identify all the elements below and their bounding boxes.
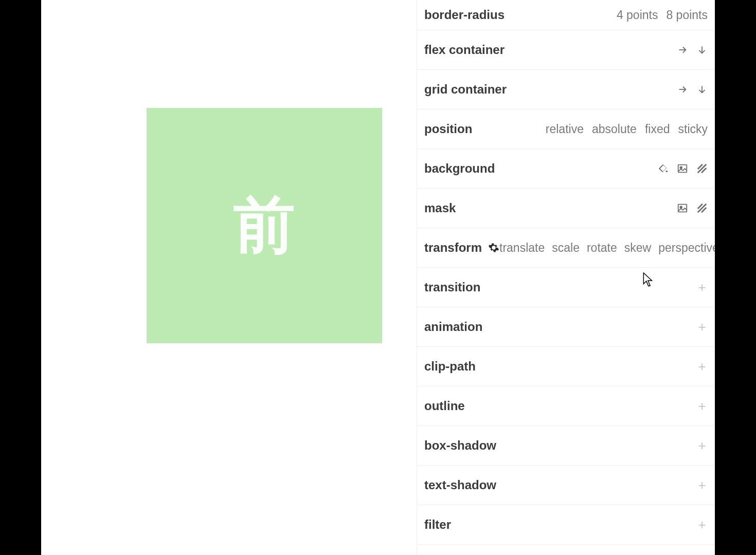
- position-opt-sticky[interactable]: sticky: [678, 122, 708, 136]
- label-grid-container: grid container: [424, 82, 507, 97]
- app-stage: 顶 底 左 右 后 前 border-radius 4 points 8 poi…: [41, 0, 715, 555]
- row-text-shadow[interactable]: text-shadow +: [417, 466, 715, 505]
- position-opt-fixed[interactable]: fixed: [645, 122, 670, 136]
- label-outline: outline: [424, 399, 465, 413]
- arrow-right-icon[interactable]: [677, 44, 688, 55]
- label-box-shadow: box-shadow: [424, 438, 496, 453]
- row-clip-path[interactable]: clip-path +: [417, 347, 715, 386]
- plus-icon[interactable]: +: [696, 519, 708, 530]
- plus-icon[interactable]: +: [696, 440, 708, 451]
- row-flex-container[interactable]: flex container: [417, 30, 715, 70]
- transform-opt-skew[interactable]: skew: [624, 241, 651, 255]
- arrow-down-icon[interactable]: [696, 44, 708, 55]
- transform-opt-translate[interactable]: translate: [499, 241, 545, 255]
- svg-point-0: [666, 171, 668, 173]
- label-text-shadow: text-shadow: [424, 478, 496, 492]
- label-background: background: [424, 161, 495, 176]
- position-opt-absolute[interactable]: absolute: [592, 122, 637, 136]
- label-border-radius: border-radius: [424, 8, 505, 22]
- label-transition: transition: [424, 280, 480, 294]
- properties-panel: border-radius 4 points 8 points flex con…: [417, 0, 715, 555]
- svg-point-2: [680, 166, 682, 169]
- transform-opt-scale[interactable]: scale: [552, 241, 580, 255]
- row-background[interactable]: background: [417, 149, 715, 189]
- row-transition[interactable]: transition +: [417, 268, 715, 307]
- arrow-right-icon[interactable]: [677, 84, 688, 95]
- plus-icon[interactable]: +: [696, 400, 708, 412]
- arrow-down-icon[interactable]: [696, 84, 708, 95]
- row-animation[interactable]: animation +: [417, 307, 715, 347]
- row-grid-container[interactable]: grid container: [417, 70, 715, 109]
- label-mask: mask: [424, 201, 456, 215]
- label-clip-path: clip-path: [424, 359, 476, 374]
- plus-icon[interactable]: +: [696, 282, 708, 293]
- plus-icon[interactable]: +: [696, 479, 708, 491]
- cube: 顶 底 左 右 后 前: [172, 134, 356, 318]
- transform-opt-perspective[interactable]: perspective: [658, 241, 715, 255]
- gear-icon[interactable]: [488, 242, 499, 253]
- preview-pane: 顶 底 左 右 后 前: [41, 0, 417, 555]
- row-filter[interactable]: filter +: [417, 505, 715, 545]
- svg-point-4: [680, 206, 682, 208]
- row-transform[interactable]: transform translate scale rotate skew pe…: [417, 228, 715, 268]
- row-border-radius[interactable]: border-radius 4 points 8 points: [417, 0, 715, 30]
- label-flex-container: flex container: [424, 43, 505, 57]
- pattern-icon[interactable]: [696, 163, 708, 174]
- row-mask[interactable]: mask: [417, 189, 715, 228]
- plus-icon[interactable]: +: [696, 321, 708, 332]
- paint-bucket-icon[interactable]: [657, 163, 669, 174]
- border-radius-value-1[interactable]: 4 points: [617, 8, 658, 22]
- row-position[interactable]: position relative absolute fixed sticky: [417, 109, 715, 149]
- image-icon[interactable]: [677, 163, 688, 174]
- transform-opt-rotate[interactable]: rotate: [587, 241, 617, 255]
- label-filter: filter: [424, 517, 451, 532]
- plus-icon[interactable]: +: [696, 361, 708, 372]
- position-opt-relative[interactable]: relative: [546, 122, 584, 136]
- label-position: position: [424, 122, 472, 136]
- label-animation: animation: [424, 320, 482, 334]
- image-icon[interactable]: [677, 202, 688, 214]
- row-outline[interactable]: outline +: [417, 386, 715, 426]
- border-radius-value-2[interactable]: 8 points: [666, 8, 708, 22]
- pattern-icon[interactable]: [696, 202, 708, 214]
- cube-face-front: 前: [147, 108, 382, 343]
- cube-container: 顶 底 左 右 后 前: [147, 108, 382, 343]
- label-transform: transform: [424, 240, 482, 255]
- row-box-shadow[interactable]: box-shadow +: [417, 426, 715, 466]
